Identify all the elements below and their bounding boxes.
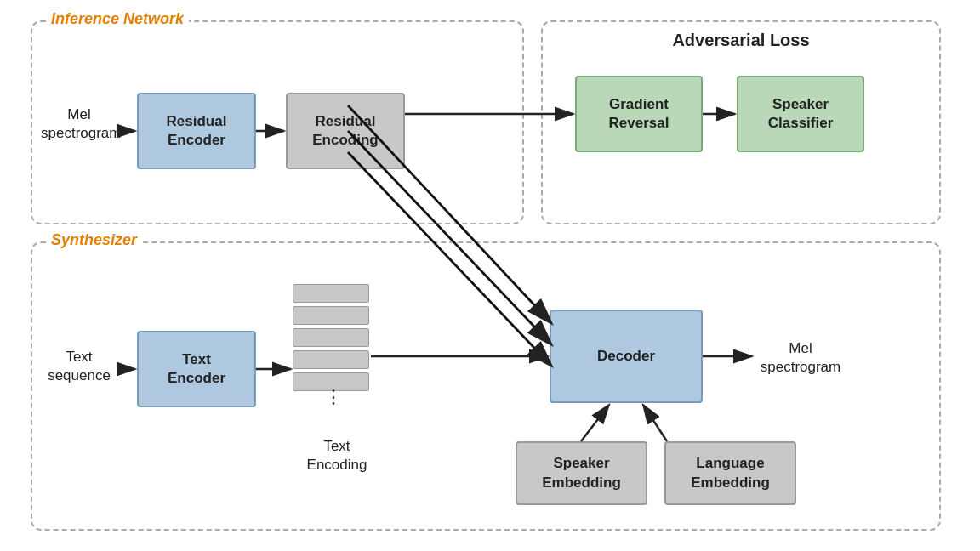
inference-network-label: Inference Network	[46, 10, 189, 28]
residual-encoder-node: ResidualEncoder	[137, 93, 256, 169]
gradient-reversal-node: GradientReversal	[575, 76, 703, 152]
diagram: Inference Network Adversarial Loss Synth…	[22, 12, 958, 539]
text-encoding-dots: ⋮	[324, 386, 343, 408]
text-encoding-rects	[293, 284, 369, 391]
synthesizer-label: Synthesizer	[46, 231, 142, 249]
speaker-embedding-node: SpeakerEmbedding	[516, 441, 647, 505]
language-embedding-node: LanguageEmbedding	[664, 441, 796, 505]
text-encoding-label: TextEncoding	[286, 437, 388, 474]
residual-encoding-node: ResidualEncoding	[286, 93, 405, 169]
decoder-node: Decoder	[550, 310, 703, 403]
text-encoder-node: TextEncoder	[137, 331, 256, 407]
mel-spectrogram-top-label: Melspectrogram	[41, 105, 117, 143]
mel-spectrogram-out-label: Melspectrogram	[754, 339, 847, 377]
text-sequence-label: Textsequence	[41, 348, 117, 385]
speaker-classifier-node: SpeakerClassifier	[737, 76, 864, 152]
adversarial-loss-label: Adversarial Loss	[543, 31, 939, 50]
